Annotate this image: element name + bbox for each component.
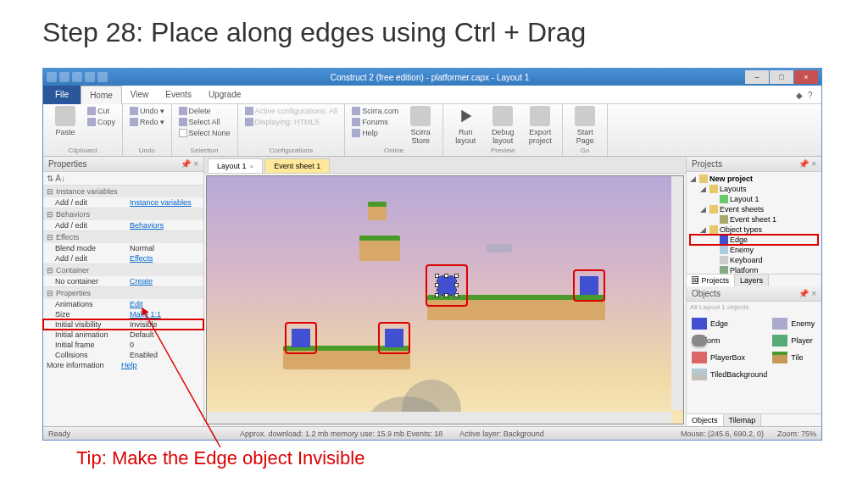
layout-viewport[interactable] [206, 175, 684, 424]
event-sheet-tab[interactable]: Event sheet 1 [264, 158, 330, 173]
tree-item-eventsheet1[interactable]: Event sheet 1 [690, 214, 818, 225]
help-link[interactable]: Help [121, 361, 137, 369]
prop-key: Initial frame [55, 341, 130, 349]
close-tab-icon[interactable]: × [250, 163, 254, 170]
effects-link[interactable]: Effects [130, 254, 153, 263]
layout-tab[interactable]: Layout 1× [208, 158, 263, 173]
redo-button[interactable]: Redo ▾ [128, 117, 166, 127]
cut-button[interactable]: Cut [86, 106, 117, 116]
select-all-button[interactable]: Select All [177, 117, 232, 127]
delete-button[interactable]: Delete [177, 106, 232, 116]
instance-variables-link[interactable]: Instance variables [130, 198, 192, 207]
tree-item-eventsheets[interactable]: ◢Event sheets [690, 204, 818, 214]
tab-upgrade[interactable]: Upgrade [200, 86, 249, 104]
debug-layout-button[interactable]: Debug layout [486, 106, 520, 145]
object-platform[interactable]: Platform [690, 333, 769, 348]
play-icon [455, 106, 476, 126]
blend-mode-value[interactable]: Normal [130, 244, 154, 252]
config-icon [245, 107, 253, 115]
tree-item-objecttypes[interactable]: ◢Object types [690, 225, 818, 235]
initial-visibility-value[interactable]: Invisible [130, 320, 158, 329]
pin-icon[interactable]: 📌 × [181, 159, 198, 169]
export-project-button[interactable]: Export project [523, 106, 557, 145]
tree-item-enemy[interactable]: Enemy [690, 245, 818, 255]
copy-button[interactable]: Copy [86, 117, 117, 127]
tree-item-keyboard[interactable]: Keyboard [690, 255, 818, 265]
tab-events[interactable]: Events [157, 86, 200, 104]
prop-key: Initial visibility [55, 320, 130, 329]
ribbon: Paste Cut Copy Clipboard Undo ▾ Redo ▾ U… [43, 104, 821, 157]
ribbon-group-label: Preview [448, 147, 557, 154]
keyboard-icon [720, 256, 728, 264]
folder-icon [699, 175, 708, 183]
edit-animations-link[interactable]: Edit [130, 300, 143, 308]
objects-tab-btn[interactable]: Objects [687, 414, 724, 426]
initial-frame-value[interactable]: 0 [130, 341, 134, 349]
run-layout-button[interactable]: Run layout [448, 106, 482, 145]
qat-icon[interactable] [85, 72, 95, 82]
active-config-dropdown[interactable]: Active configurations: All [243, 106, 340, 116]
object-edge[interactable]: Edge [690, 316, 769, 331]
platform-tile[interactable] [368, 202, 387, 220]
undo-button[interactable]: Undo ▾ [128, 106, 166, 116]
scrollbar-v[interactable] [671, 176, 683, 410]
pin-icon[interactable]: 📌 × [798, 289, 816, 298]
prop-group-ivars[interactable]: ⊟ Instance variables [43, 185, 203, 197]
help-icon[interactable]: ◆ [796, 91, 804, 99]
projects-tab-btn[interactable]: 🞖 Projects [687, 274, 735, 286]
object-playerbox[interactable]: PlayerBox [690, 350, 769, 365]
annotation-highlight [573, 269, 605, 302]
maximize-button[interactable]: □ [770, 70, 793, 84]
tree-item-layouts[interactable]: ◢Layouts [690, 184, 818, 194]
paste-button[interactable]: Paste [48, 106, 82, 145]
object-player[interactable]: Player [771, 333, 818, 348]
prop-group-container[interactable]: ⊟ Container [43, 263, 203, 276]
select-none-button[interactable]: Select None [177, 128, 232, 138]
delete-icon [179, 107, 187, 115]
scirra-link[interactable]: Scirra.com [350, 106, 400, 116]
object-enemy[interactable]: Enemy [771, 316, 818, 331]
qat-icon[interactable] [97, 72, 108, 82]
player-icon [772, 335, 787, 347]
object-tile[interactable]: Tile [771, 350, 818, 365]
qat-icon[interactable] [59, 72, 70, 82]
behaviors-link[interactable]: Behaviors [130, 221, 164, 230]
qat-icon[interactable] [47, 72, 57, 82]
platform-tile[interactable] [359, 236, 400, 261]
prop-group-effects[interactable]: ⊟ Effects [43, 230, 203, 243]
prop-sort[interactable]: ⇅ A↓ [43, 172, 203, 185]
object-tiledbackground[interactable]: TiledBackground [690, 367, 769, 382]
display-icon [245, 118, 253, 126]
help-link[interactable]: Help [350, 128, 400, 138]
minimize-button[interactable]: – [745, 70, 769, 84]
create-container-link[interactable]: Create [130, 277, 153, 286]
make11-link[interactable]: Make 1:1 [130, 310, 161, 319]
playerbox-icon [692, 352, 707, 363]
collisions-value[interactable]: Enabled [130, 351, 158, 359]
prop-group-behaviors[interactable]: ⊟ Behaviors [43, 208, 203, 220]
start-page-button[interactable]: Start Page [568, 106, 602, 145]
tree-item-edge[interactable]: Edge [690, 235, 818, 245]
tab-home[interactable]: Home [81, 86, 122, 104]
tree-item-platform[interactable]: Platform [690, 265, 818, 274]
prop-key: Add / edit [55, 254, 130, 263]
layers-tab-btn[interactable]: Layers [735, 274, 769, 286]
platform-icon [720, 266, 728, 274]
tab-view[interactable]: View [122, 86, 158, 104]
file-menu[interactable]: File [43, 86, 81, 104]
tree-item-root[interactable]: ◢New project [690, 174, 818, 184]
tilemap-tab-btn[interactable]: Tilemap [724, 414, 762, 426]
qat-icons [47, 72, 108, 82]
prop-group-properties[interactable]: ⊟ Properties [43, 286, 203, 299]
close-button[interactable]: × [794, 70, 818, 84]
platform-tile[interactable] [487, 244, 512, 252]
tree-item-layout1[interactable]: Layout 1 [690, 194, 818, 204]
scrollbar-h[interactable] [207, 412, 671, 424]
initial-animation-value[interactable]: Default [130, 330, 154, 339]
forums-link[interactable]: Forums [350, 117, 400, 127]
qat-icon[interactable] [72, 72, 82, 82]
options-icon[interactable]: ? [808, 91, 816, 99]
scirra-store-button[interactable]: Scirra Store [403, 106, 437, 145]
pin-icon[interactable]: 📌 × [798, 159, 816, 169]
enemy-icon [720, 246, 728, 254]
